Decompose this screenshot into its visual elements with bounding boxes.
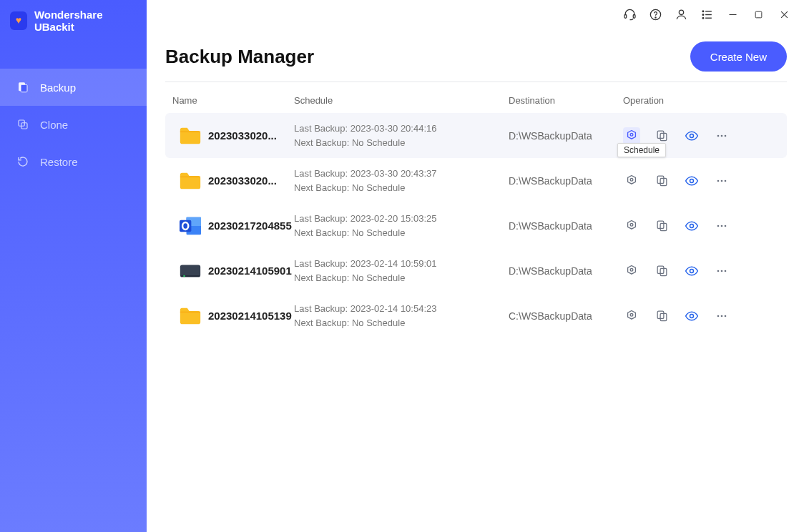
more-button[interactable] — [713, 127, 730, 144]
more-icon — [715, 219, 729, 233]
backup-name: 2023033020... — [208, 129, 294, 142]
tooltip: Schedule — [617, 143, 666, 157]
table-row[interactable]: 20230217204855Last Backup: 2023-02-20 15… — [165, 203, 787, 248]
copy-button[interactable] — [653, 262, 670, 280]
view-button[interactable] — [683, 217, 700, 235]
view-button[interactable] — [683, 262, 700, 280]
schedule-button[interactable] — [623, 262, 640, 280]
operation-buttons — [623, 127, 780, 144]
content-area: Backup Manager Create New Name Schedule … — [147, 26, 804, 532]
view-button[interactable] — [683, 127, 700, 144]
backup-schedule: Last Backup: 2023-03-30 20:44:16Next Bac… — [294, 122, 509, 149]
more-button[interactable] — [713, 217, 730, 235]
help-button[interactable] — [642, 3, 668, 26]
svg-point-23 — [717, 134, 720, 137]
schedule-button[interactable] — [623, 127, 640, 144]
copy-icon — [655, 174, 669, 187]
schedule-button[interactable] — [623, 307, 640, 325]
table-row[interactable]: 20230214105901Last Backup: 2023-02-14 10… — [165, 248, 787, 293]
help-icon — [649, 8, 662, 21]
copy-button[interactable] — [653, 307, 670, 325]
backup-name: 2023033020... — [208, 174, 294, 187]
copy-icon — [655, 129, 669, 142]
more-button[interactable] — [713, 262, 730, 280]
more-button[interactable] — [713, 172, 730, 189]
svg-point-56 — [717, 315, 720, 317]
last-backup-text: Last Backup: 2023-03-30 20:44:16 — [294, 122, 509, 136]
more-icon — [715, 264, 729, 278]
svg-point-40 — [690, 224, 694, 227]
svg-point-7 — [655, 16, 655, 17]
sidebar-item-restore[interactable]: Restore — [0, 143, 147, 180]
svg-point-8 — [679, 10, 683, 14]
next-backup-text: Next Backup: No Schedule — [294, 226, 509, 240]
eye-icon — [684, 129, 700, 143]
backup-list: 2023033020...Last Backup: 2023-03-30 20:… — [165, 113, 787, 338]
copy-icon — [655, 264, 669, 277]
user-button[interactable] — [668, 3, 694, 26]
more-button[interactable] — [713, 307, 730, 325]
sidebar-item-clone[interactable]: Clone — [0, 106, 147, 143]
eye-icon — [684, 309, 700, 323]
svg-point-45 — [630, 268, 633, 271]
column-name-header: Name — [172, 95, 294, 106]
svg-point-48 — [690, 269, 694, 272]
svg-point-44 — [183, 275, 185, 277]
operation-buttons — [623, 217, 780, 235]
svg-point-24 — [721, 134, 723, 137]
operation-buttons — [623, 307, 780, 325]
svg-point-49 — [717, 270, 720, 272]
list-button[interactable] — [694, 3, 720, 26]
svg-point-58 — [725, 315, 727, 317]
eye-icon — [684, 219, 700, 233]
view-button[interactable] — [683, 172, 700, 189]
disk-icon — [172, 260, 208, 282]
minimize-icon — [727, 9, 738, 20]
backup-destination: D:\WSBackupData — [509, 175, 623, 187]
more-icon — [715, 129, 729, 143]
svg-point-19 — [630, 133, 633, 136]
svg-point-9 — [702, 10, 704, 11]
list-icon — [700, 8, 714, 21]
svg-point-22 — [690, 134, 694, 137]
brand: Wondershare UBackit — [0, 0, 147, 41]
copy-button[interactable] — [653, 127, 670, 144]
backup-name: 20230217204855 — [208, 220, 294, 232]
table-row[interactable]: 2023033020...Last Backup: 2023-03-30 20:… — [165, 158, 787, 203]
last-backup-text: Last Backup: 2023-02-14 10:59:01 — [294, 257, 509, 271]
sidebar-nav: BackupCloneRestore — [0, 69, 147, 180]
schedule-icon — [624, 219, 639, 233]
backup-destination: D:\WSBackupData — [509, 265, 623, 277]
table-row[interactable]: 20230214105139Last Backup: 2023-02-14 10… — [165, 293, 787, 338]
svg-point-32 — [725, 179, 727, 182]
next-backup-text: Next Backup: No Schedule — [294, 316, 509, 330]
minimize-button[interactable] — [720, 3, 745, 26]
table-column-headers: Name Schedule Destination Operation — [165, 88, 787, 113]
svg-point-42 — [721, 225, 723, 227]
sidebar-item-backup[interactable]: Backup — [0, 69, 147, 106]
next-backup-text: Next Backup: No Schedule — [294, 136, 509, 150]
maximize-button[interactable] — [745, 3, 771, 26]
sidebar-item-label: Backup — [40, 82, 76, 94]
schedule-button[interactable] — [623, 172, 640, 189]
close-button[interactable] — [771, 3, 797, 26]
last-backup-text: Last Backup: 2023-02-14 10:54:23 — [294, 302, 509, 316]
header-row: Backup Manager Create New — [165, 41, 787, 72]
view-button[interactable] — [683, 307, 700, 325]
copy-button[interactable] — [653, 172, 670, 189]
headset-button[interactable] — [617, 3, 642, 26]
schedule-icon — [624, 129, 639, 143]
svg-point-31 — [721, 179, 723, 182]
backup-destination: D:\WSBackupData — [509, 220, 623, 232]
column-schedule-header: Schedule — [294, 95, 509, 106]
folder-icon — [172, 125, 208, 147]
clone-icon — [16, 117, 30, 132]
close-icon — [779, 9, 790, 20]
table-row[interactable]: 2023033020...Last Backup: 2023-03-30 20:… — [165, 113, 787, 158]
divider — [165, 82, 787, 82]
last-backup-text: Last Backup: 2023-03-30 20:43:37 — [294, 167, 509, 181]
create-new-button[interactable]: Create New — [690, 41, 787, 72]
copy-button[interactable] — [653, 217, 670, 235]
maximize-icon — [754, 10, 763, 19]
schedule-button[interactable] — [623, 217, 640, 235]
